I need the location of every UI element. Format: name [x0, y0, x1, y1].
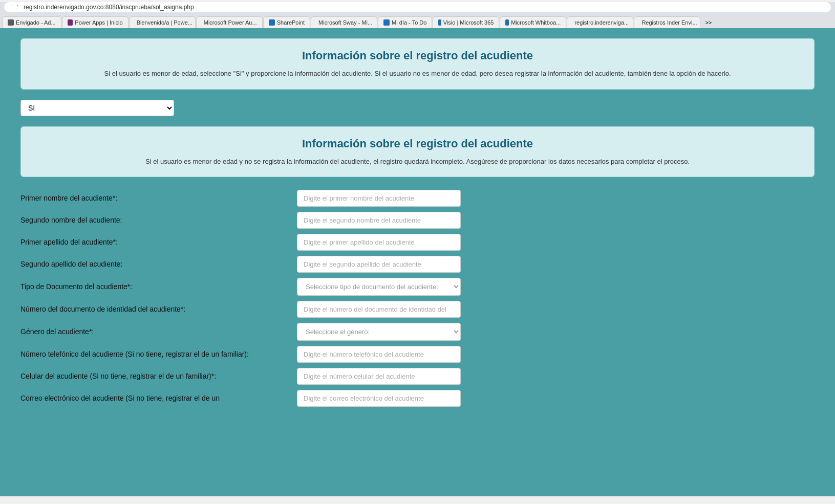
- label-segundo-apellido: Segundo apellido del acudiente:: [20, 259, 287, 270]
- input-celular[interactable]: [297, 368, 461, 385]
- select-tipo-documento[interactable]: Seleccione tipo de documento del acudien…: [297, 278, 461, 296]
- input-container-primer-nombre: [297, 190, 461, 207]
- input-container-genero: Seleccione el género:MasculinoFemeninoOt…: [297, 323, 461, 341]
- tab-7[interactable]: Visio | Microsoft 365: [433, 16, 499, 28]
- secondary-info-title: Información sobre el registro del acudie…: [41, 137, 794, 150]
- tab-label-0: Envigado - Ad...: [16, 19, 56, 26]
- address-icon: ⋮⋮: [9, 4, 20, 11]
- address-text: registro.inderenvigado.gov.co:8080/inscp…: [24, 4, 194, 11]
- tab-label-3: Microsoft Power Au...: [204, 19, 257, 26]
- tab-1[interactable]: Power Apps | Inicio: [62, 16, 129, 28]
- input-container-telefono: [297, 346, 461, 363]
- tab-favicon-7: [438, 19, 441, 26]
- input-primer-apellido[interactable]: [297, 234, 461, 251]
- tab-favicon-4: [269, 19, 275, 26]
- tab-label-2: Bienvenido/a | Powe...: [137, 19, 192, 26]
- input-segundo-apellido[interactable]: [297, 256, 461, 273]
- form-row-primer-apellido: Primer apellido del acudiente*:: [20, 234, 815, 251]
- label-primer-nombre: Primer nombre del acudiente*:: [20, 193, 287, 204]
- form-row-celular: Celular del acudiente (Si no tiene, regi…: [20, 368, 815, 385]
- secondary-info-box: Información sobre el registro del acudie…: [20, 126, 815, 178]
- input-container-primer-apellido: [297, 234, 461, 251]
- tab-label-10: Registros Inder Envi...: [641, 19, 697, 26]
- input-correo[interactable]: [297, 390, 461, 407]
- tab-label-7: Visio | Microsoft 365: [443, 19, 494, 26]
- form-row-genero: Género del acudiente*:Seleccione el géne…: [20, 323, 815, 341]
- top-info-box: Información sobre el registro del acudie…: [20, 38, 815, 90]
- input-numero-documento[interactable]: [297, 301, 461, 318]
- form-row-correo: Correo electrónico del acudiente (Si no …: [20, 390, 815, 407]
- tab-favicon-1: [68, 19, 73, 26]
- top-info-title: Información sobre el registro del acudie…: [41, 49, 794, 62]
- browser-chrome: ⋮⋮ registro.inderenvigado.gov.co:8080/in…: [0, 2, 835, 28]
- label-segundo-nombre: Segundo nombre del acudiente:: [20, 215, 287, 226]
- tabs-more-button[interactable]: >>: [701, 17, 716, 28]
- input-container-segundo-apellido: [297, 256, 461, 273]
- input-container-segundo-nombre: [297, 212, 461, 229]
- label-tipo-documento: Tipo de Documento del acudiente*:: [20, 282, 287, 292]
- tab-label-4: SharePoint: [277, 19, 305, 26]
- tab-4[interactable]: SharePoint: [263, 16, 310, 28]
- si-no-container: SI NO: [20, 100, 815, 116]
- top-info-description: Si el usuario es menor de edad, seleccio…: [41, 69, 794, 79]
- form-row-telefono: Número telefónico del acudiente (Si no t…: [20, 346, 815, 363]
- input-telefono[interactable]: [297, 346, 461, 363]
- form-container: Primer nombre del acudiente*:Segundo nom…: [20, 190, 815, 407]
- input-container-celular: [297, 368, 461, 385]
- tab-label-6: Mi día - To Do: [392, 19, 426, 26]
- input-container-tipo-documento: Seleccione tipo de documento del acudien…: [297, 278, 461, 296]
- tab-6[interactable]: Mi día - To Do: [378, 16, 432, 28]
- label-primer-apellido: Primer apellido del acudiente*:: [20, 237, 287, 248]
- input-container-correo: [297, 390, 461, 407]
- si-no-select[interactable]: SI NO: [20, 100, 174, 116]
- form-row-numero-documento: Número del documento de identidad del ac…: [20, 301, 815, 318]
- select-genero[interactable]: Seleccione el género:MasculinoFemeninoOt…: [297, 323, 461, 341]
- input-segundo-nombre[interactable]: [297, 212, 461, 229]
- secondary-info-description: Si el usuario es menor de edad y no se r…: [41, 157, 794, 167]
- address-bar[interactable]: ⋮⋮ registro.inderenvigado.gov.co:8080/in…: [4, 2, 831, 12]
- tab-9[interactable]: registro.inderenviga...: [567, 16, 633, 28]
- tab-label-1: Power Apps | Inicio: [75, 19, 122, 26]
- label-numero-documento: Número del documento de identidad del ac…: [20, 304, 287, 315]
- form-row-segundo-nombre: Segundo nombre del acudiente:: [20, 212, 815, 229]
- tab-0[interactable]: Envigado - Ad...: [2, 16, 61, 28]
- label-correo: Correo electrónico del acudiente (Si no …: [20, 393, 287, 404]
- tabs-bar: Envigado - Ad... Power Apps | Inicio Bie…: [0, 14, 835, 28]
- tab-label-9: registro.inderenviga...: [574, 19, 629, 26]
- tab-8[interactable]: Microsoft Whitboa...: [500, 16, 566, 28]
- tab-label-8: Microsoft Whitboa...: [511, 19, 561, 26]
- label-genero: Género del acudiente*:: [20, 327, 287, 337]
- tab-favicon-6: [383, 19, 390, 26]
- form-row-tipo-documento: Tipo de Documento del acudiente*:Selecci…: [20, 278, 815, 296]
- tab-label-5: Microsoft Sway - Mi...: [318, 19, 372, 26]
- label-telefono: Número telefónico del acudiente (Si no t…: [20, 349, 287, 360]
- tab-2[interactable]: Bienvenido/a | Powe...: [129, 16, 196, 28]
- label-celular: Celular del acudiente (Si no tiene, regi…: [20, 371, 287, 382]
- tab-3[interactable]: Microsoft Power Au...: [196, 16, 263, 28]
- tab-favicon-8: [505, 19, 509, 26]
- tab-10[interactable]: Registros Inder Envi...: [634, 16, 700, 28]
- tab-favicon-0: [8, 19, 14, 26]
- form-row-primer-nombre: Primer nombre del acudiente*:: [20, 190, 815, 207]
- page-content: Información sobre el registro del acudie…: [0, 28, 835, 496]
- input-primer-nombre[interactable]: [297, 190, 461, 207]
- input-container-numero-documento: [297, 301, 461, 318]
- form-row-segundo-apellido: Segundo apellido del acudiente:: [20, 256, 815, 273]
- tab-5[interactable]: Microsoft Sway - Mi...: [311, 16, 377, 28]
